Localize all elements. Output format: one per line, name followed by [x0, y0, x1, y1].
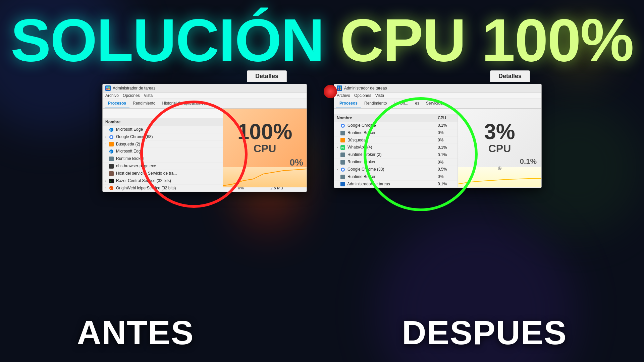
left-mini-chart [223, 167, 307, 187]
right-proc-cpu-8: 0.1% [435, 180, 460, 188]
left-mini-percent: 0% [290, 157, 303, 168]
right-mini-pin-icon: ⊕ [497, 165, 502, 171]
right-tab-historial[interactable]: Histori... [390, 99, 412, 108]
left-titlebar: Administrador de tareas [103, 84, 307, 93]
right-proc-name-8[interactable]: › Administrador de tareas [334, 180, 435, 188]
right-proc-name-0[interactable]: › Google Chrome [334, 122, 435, 129]
svg-rect-1 [108, 86, 110, 88]
right-menu-opciones[interactable]: Opciones [354, 93, 371, 98]
svg-rect-3 [108, 88, 110, 90]
left-tab-historial[interactable]: Historial de aplicaciones [159, 99, 209, 108]
right-proc-name-3[interactable]: › W WhatsApp (4) [334, 144, 435, 151]
right-col-nombre[interactable]: Nombre [334, 114, 435, 122]
right-proc-cpu-3: 0.1% [435, 144, 460, 151]
left-panel-wrapper: Detalles Administrador de tareas Archivo… [102, 84, 307, 192]
right-tabs: Procesos Rendimiento Histori... es Servi… [334, 99, 541, 109]
right-cpu-label: CPU [488, 142, 511, 155]
svg-rect-20 [338, 88, 339, 90]
left-detalles-tab[interactable]: Detalles [247, 70, 287, 82]
svg-rect-29 [340, 160, 345, 165]
right-menubar: Archivo Opciones Vista [334, 93, 541, 99]
right-proc-name-2[interactable]: › Búsqueda [334, 136, 435, 144]
svg-rect-33 [340, 182, 345, 186]
right-menu-vista[interactable]: Vista [375, 93, 384, 98]
svg-rect-19 [340, 86, 341, 88]
right-content-area: 3% CPU % CPU 45% Memoria 4% Disco Nombre… [334, 109, 541, 188]
svg-rect-21 [340, 88, 341, 90]
right-proc-name-1[interactable]: › Runtime Broker [334, 129, 435, 136]
svg-rect-8 [109, 142, 114, 146]
right-proc-cpu-2: 0% [435, 136, 460, 144]
right-proc-cpu-4: 0.1% [435, 151, 460, 159]
right-proc-name-5[interactable]: › Runtime Broker [334, 159, 435, 166]
right-proc-name-6[interactable]: › Google Chrome (33) [334, 166, 435, 173]
svg-rect-25 [340, 138, 345, 142]
right-titlebar-icon [337, 85, 342, 91]
right-proc-cpu-5: 0% [435, 159, 460, 166]
svg-rect-13 [109, 171, 114, 176]
right-proc-cpu-6: 0.5% [435, 166, 460, 173]
svg-rect-32 [340, 175, 345, 179]
right-tab-es[interactable]: es [412, 99, 423, 108]
left-proc-name-5[interactable]: › obs-browser-page.exe [103, 163, 235, 170]
svg-text:O: O [110, 187, 112, 190]
right-proc-cpu-1: 0% [435, 129, 460, 136]
right-proc-name-4[interactable]: › Runtime Broker (2) [334, 151, 435, 159]
left-content-area: 100% CPU 2%CPU Disco Nombre Estado Disco [103, 109, 307, 192]
left-menu-archivo[interactable]: Archivo [105, 93, 119, 98]
title-solucion: SOLUCIÓN [11, 6, 324, 74]
left-proc-name-3[interactable]: › e Microsoft Edge [103, 148, 235, 155]
left-proc-name-4[interactable]: › Runtime Broker [103, 155, 235, 163]
panels-row: Detalles Administrador de tareas Archivo… [0, 84, 644, 192]
right-detalles-tab[interactable]: Detalles [490, 70, 530, 82]
svg-text:W: W [341, 146, 344, 149]
svg-text:R: R [110, 180, 112, 183]
left-menubar: Archivo Opciones Vista [103, 93, 307, 99]
svg-rect-2 [106, 88, 108, 90]
svg-text:e: e [110, 128, 112, 132]
right-tab-procesos[interactable]: Procesos [336, 99, 361, 108]
left-cpu-percent: 100% [237, 121, 292, 142]
labels-row: ANTES DESPUES [0, 313, 644, 352]
left-menu-vista[interactable]: Vista [144, 93, 153, 98]
left-chart-svg [223, 167, 307, 187]
right-proc-cpu-0: 0.1% [435, 122, 460, 129]
svg-rect-28 [340, 153, 345, 157]
right-cpu-percent: 3% [484, 121, 515, 142]
svg-point-7 [110, 136, 112, 138]
right-col-cpu[interactable]: CPU [435, 114, 460, 122]
left-tab-procesos[interactable]: Procesos [105, 99, 129, 108]
left-tab-rendimiento[interactable]: Rendimiento [129, 99, 159, 108]
svg-rect-18 [338, 86, 339, 88]
svg-rect-12 [109, 164, 114, 169]
title-cpu100: CPU 100% [340, 6, 633, 74]
right-tab-rendimiento[interactable]: Rendimiento [361, 99, 390, 108]
right-task-manager: Administrador de tareas Archivo Opciones… [334, 84, 542, 188]
right-proc-cpu-7: 0% [435, 173, 460, 180]
left-proc-name-1[interactable]: › Google Chrome (68) [103, 133, 235, 140]
left-proc-name-6[interactable]: › Host del servicio: Servicio de tra... [103, 170, 235, 177]
left-titlebar-text: Administrador de tareas [113, 86, 155, 90]
left-proc-name-7[interactable]: › R Razer Central Service (32 bits) [103, 177, 235, 184]
left-tabs: Procesos Rendimiento Historial de aplica… [103, 99, 307, 109]
right-titlebar-text: Administrador de tareas [344, 86, 387, 90]
right-menu-archivo[interactable]: Archivo [337, 93, 350, 98]
svg-text:e: e [110, 150, 112, 154]
label-antes: ANTES [77, 313, 194, 352]
svg-point-23 [342, 125, 344, 127]
left-proc-name-2[interactable]: › Búsqueda (2) [103, 140, 235, 148]
right-titlebar: Administrador de tareas [334, 84, 541, 93]
left-task-manager: Administrador de tareas Archivo Opciones… [102, 84, 307, 192]
right-panel-wrapper: Detalles Administrador de tareas Archivo… [334, 84, 542, 192]
left-cpu-label: CPU [254, 142, 276, 155]
left-menu-opciones[interactable]: Opciones [123, 93, 140, 98]
left-col-nombre[interactable]: Nombre [103, 118, 235, 126]
right-mini-percent: 0.1% [520, 157, 537, 166]
left-proc-name-8[interactable]: › O OriginWebHelperService (32 bits) [103, 184, 235, 192]
label-despues: DESPUES [402, 313, 567, 352]
left-proc-name-0[interactable]: › e Microsoft Edge [103, 126, 235, 133]
svg-point-31 [342, 169, 344, 171]
right-tab-servicios[interactable]: Servicios [423, 99, 446, 108]
right-proc-name-7[interactable]: › Runtime Broker [334, 173, 435, 180]
svg-rect-24 [340, 131, 345, 135]
